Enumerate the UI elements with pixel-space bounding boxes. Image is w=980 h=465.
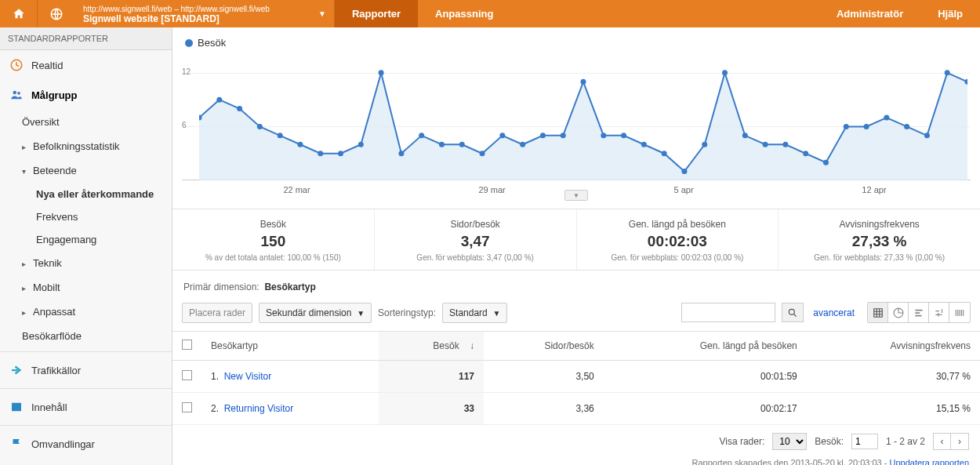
sidebar-item-technology[interactable]: Teknik (0, 251, 172, 275)
row-bounce: 15,15 % (807, 393, 980, 425)
metric-sub: % av det totala antalet: 100,00 % (150) (176, 253, 371, 262)
row-link[interactable]: Returning Visitor (224, 403, 294, 414)
view-pie[interactable] (888, 303, 909, 322)
svg-point-6 (216, 97, 222, 103)
sidebar-item-mobile[interactable]: Mobilt (0, 275, 172, 300)
sidebar: STANDARDRAPPORTER Realtid Målgrupp Övers… (0, 27, 172, 465)
tab-reports[interactable]: Rapporter (335, 0, 418, 27)
dim-label: Primär dimension: (183, 282, 260, 292)
primary-dimension: Primär dimension: Besökartyp (172, 271, 980, 297)
content-icon (9, 400, 24, 414)
sidebar-section-title: STANDARDRAPPORTER (0, 27, 172, 50)
metric-card[interactable]: Gen. längd på besöken00:02:03Gen. för we… (577, 209, 779, 270)
sidebar-item-traffic[interactable]: Trafikkällor (0, 355, 172, 385)
chevron-down-icon: ▼ (573, 192, 579, 199)
col-bounce[interactable]: Avvisningsfrekvens (807, 332, 980, 361)
row-checkbox[interactable] (182, 402, 192, 412)
metric-label: Avvisningsfrekvens (782, 219, 977, 230)
row-pages: 3,50 (484, 361, 604, 393)
sort-arrow-icon: ↓ (470, 340, 474, 351)
sidebar-item-custom[interactable]: Anpassat (0, 300, 172, 324)
select-all-checkbox[interactable] (182, 340, 192, 350)
grid-icon (873, 307, 884, 318)
place-rows-button[interactable]: Placera rader (182, 303, 252, 323)
property-selector[interactable]: http://www.signwell.fi/web – http://www.… (75, 0, 310, 27)
col-duration[interactable]: Gen. längd på besöken (604, 332, 807, 361)
metric-card[interactable]: Besök150% av det totala antalet: 100,00 … (172, 209, 375, 270)
sidebar-item-realtime[interactable]: Realtid (0, 50, 172, 80)
sidebar-item-demographics[interactable]: Befolkningsstatistik (0, 134, 172, 158)
secondary-dim-button[interactable]: Sekundär dimension ▼ (259, 303, 372, 323)
table-row[interactable]: 1. New Visitor1173,5000:01:5930,77 % (172, 361, 980, 393)
svg-point-41 (924, 133, 930, 138)
sidebar-item-content[interactable]: Innehåll (0, 392, 172, 422)
sort-type-button[interactable]: Standard ▼ (442, 303, 507, 323)
metric-card[interactable]: Avvisningsfrekvens27,33 %Gen. för webbpl… (779, 209, 980, 270)
topbar: http://www.signwell.fi/web – http://www.… (0, 0, 980, 27)
chart-svg (199, 55, 967, 180)
globe-icon (49, 7, 64, 21)
sidebar-item-engagement[interactable]: Engagemang (0, 228, 172, 251)
svg-point-8 (257, 124, 263, 129)
svg-point-31 (722, 70, 728, 75)
right-nav: Administratör Hjälp (819, 0, 980, 27)
row-duration: 00:01:59 (604, 361, 807, 393)
sidebar-item-behavior[interactable]: Beteende (0, 158, 172, 183)
view-pivot[interactable] (949, 303, 970, 322)
search-input[interactable] (681, 303, 775, 322)
prev-button[interactable]: ‹ (934, 434, 951, 449)
col-type[interactable]: Besökartyp (201, 332, 379, 361)
sidebar-item-overview[interactable]: Översikt (0, 110, 172, 134)
sidebar-label: Trafikkällor (31, 365, 81, 376)
y-tick: 12 (182, 67, 191, 76)
metrics-row: Besök150% av det totala antalet: 100,00 … (172, 209, 980, 271)
y-tick: 6 (182, 121, 187, 129)
sort-label: Sorteringstyp: (378, 307, 436, 318)
svg-point-36 (823, 160, 829, 165)
next-button[interactable]: › (951, 434, 968, 449)
property-dropdown[interactable]: ▼ (310, 0, 335, 27)
tab-customize[interactable]: Anpassning (418, 0, 510, 27)
goto-input[interactable] (851, 434, 878, 449)
globe-button[interactable] (38, 0, 75, 27)
tab-admin[interactable]: Administratör (819, 0, 920, 27)
svg-point-7 (237, 106, 242, 111)
search-button[interactable] (782, 303, 804, 322)
sidebar-item-visitor-flow[interactable]: Besökarflöde (0, 324, 172, 348)
flag-icon (9, 437, 24, 451)
metric-label: Besök (176, 219, 371, 230)
view-compare[interactable] (929, 303, 949, 322)
metric-label: Sidor/besök (378, 219, 573, 230)
line-chart[interactable]: 12 6 (182, 55, 971, 180)
chevron-down-icon: ▼ (318, 9, 326, 18)
drag-handle[interactable]: ▼ (564, 190, 588, 201)
sidebar-item-conversions[interactable]: Omvandlingar (0, 429, 172, 459)
refresh-link[interactable]: Uppdatera rapporten (889, 458, 969, 465)
sidebar-label: Innehåll (31, 401, 67, 413)
view-bars[interactable] (909, 303, 929, 322)
rows-select[interactable]: 10 (772, 433, 807, 450)
sidebar-item-frequency[interactable]: Frekvens (0, 205, 172, 228)
home-button[interactable] (0, 0, 38, 27)
row-link[interactable]: New Visitor (224, 371, 271, 382)
sidebar-item-new-returning[interactable]: Nya eller återkommande (0, 183, 172, 205)
svg-point-2 (13, 91, 17, 95)
row-checkbox[interactable] (182, 370, 192, 380)
metric-sub: Gen. för webbplats: 27,33 % (0,00 %) (782, 253, 977, 262)
svg-point-38 (864, 124, 869, 129)
col-pages[interactable]: Sidor/besök (484, 332, 604, 361)
tab-help[interactable]: Hjälp (920, 0, 980, 27)
svg-point-35 (803, 151, 808, 156)
metric-sub: Gen. för webbplats: 3,47 (0,00 %) (378, 253, 573, 262)
table-row[interactable]: 2. Returning Visitor333,3600:02:1715,15 … (172, 393, 980, 425)
chevron-down-icon: ▼ (492, 309, 500, 318)
svg-point-15 (398, 151, 404, 156)
sidebar-item-audience[interactable]: Målgrupp (0, 80, 172, 110)
svg-point-44 (789, 309, 795, 314)
metric-card[interactable]: Sidor/besök3,47Gen. för webbplats: 3,47 … (375, 209, 577, 270)
property-url: http://www.signwell.fi/web – http://www.… (83, 5, 303, 14)
col-visits[interactable]: Besök ↓ (379, 332, 484, 361)
row-bounce: 30,77 % (807, 361, 980, 393)
view-table[interactable] (868, 303, 888, 322)
advanced-link[interactable]: avancerat (813, 307, 855, 318)
